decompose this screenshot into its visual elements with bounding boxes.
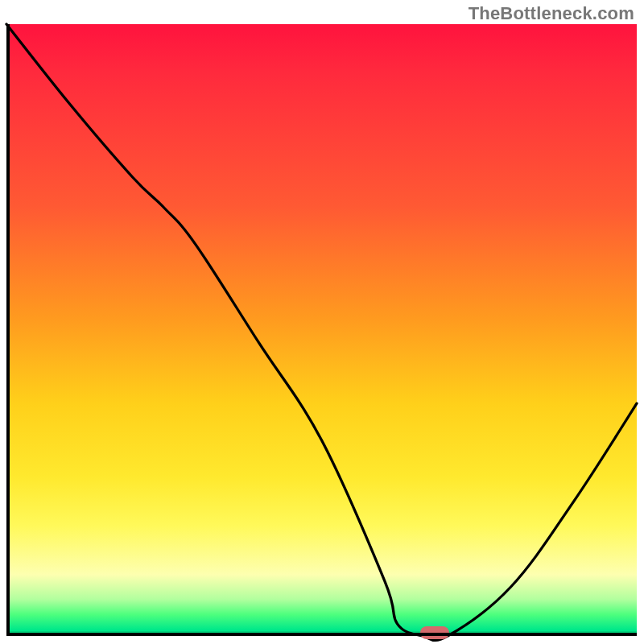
plot-area xyxy=(6,24,637,636)
optimal-marker-pill xyxy=(420,626,449,639)
chart-container: TheBottleneck.com xyxy=(0,0,644,644)
watermark-text: TheBottleneck.com xyxy=(469,3,634,24)
bottleneck-curve xyxy=(6,24,637,636)
